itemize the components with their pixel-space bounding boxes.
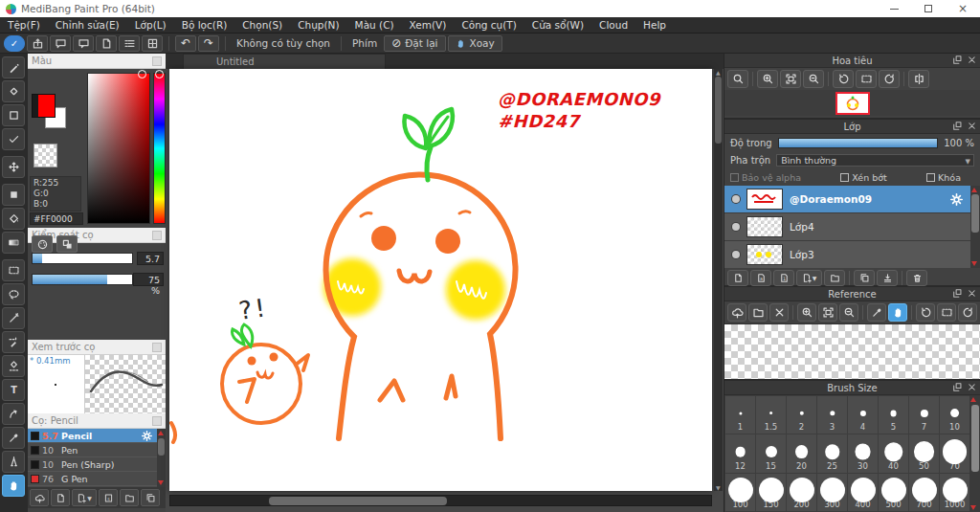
- add-brush-menu-button[interactable]: ▼: [72, 489, 97, 506]
- rotate-view-button[interactable]: Xoay: [448, 35, 502, 52]
- add-brush-button[interactable]: [51, 489, 70, 506]
- brush-size-option[interactable]: 40: [879, 434, 908, 472]
- select-tool[interactable]: [2, 259, 25, 281]
- brush-list-scrollbar[interactable]: [157, 429, 166, 487]
- brush-size-option[interactable]: 150: [756, 474, 786, 511]
- panel-menu-icon[interactable]: [152, 56, 162, 66]
- frame-tool[interactable]: [2, 104, 25, 126]
- brush-item-pen-sharp[interactable]: 10 Pen (Sharp): [28, 457, 166, 472]
- brush-item-pencil[interactable]: 5.7 Pencil: [28, 429, 166, 443]
- select-pen-tool[interactable]: [2, 331, 25, 353]
- ref-reset-button[interactable]: [937, 303, 956, 322]
- brush-size-option[interactable]: 25: [817, 434, 847, 472]
- drawing-canvas[interactable]: @DORAEMONO9 #HD247: [169, 69, 712, 491]
- canvas-horizontal-scrollbar[interactable]: [169, 495, 712, 506]
- brush-size-option[interactable]: 12: [725, 434, 755, 472]
- menu-layer[interactable]: Lớp(L): [127, 17, 174, 33]
- comment-button[interactable]: [50, 35, 71, 52]
- scroll-up-icon[interactable]: ▲: [716, 69, 721, 76]
- clipping-checkbox[interactable]: Xén bớt: [840, 172, 887, 183]
- new-layer-button[interactable]: [727, 270, 748, 286]
- scroll-down-icon[interactable]: [158, 480, 164, 485]
- saturation-value-picker[interactable]: [87, 73, 150, 224]
- brush-size-option[interactable]: 10: [940, 396, 969, 434]
- layer-visibility-toggle[interactable]: [732, 223, 740, 231]
- brush-cloud-button[interactable]: [30, 489, 49, 506]
- menu-snap[interactable]: Chụp(N): [290, 17, 346, 33]
- menu-help[interactable]: Help: [635, 17, 674, 33]
- brush-size-option[interactable]: 4: [848, 396, 878, 434]
- ref-eyedropper-button[interactable]: [867, 303, 886, 322]
- brush-size-option[interactable]: 2: [787, 396, 816, 434]
- ref-zoom-out-button[interactable]: [839, 303, 858, 322]
- brush-size-option[interactable]: 700: [909, 474, 939, 511]
- document-button[interactable]: [96, 35, 117, 52]
- brush-tool[interactable]: [2, 56, 25, 78]
- scrollbar-thumb[interactable]: [269, 497, 447, 505]
- layer-row-doraemon[interactable]: @Doraemon09: [724, 186, 980, 213]
- popout-button[interactable]: [952, 382, 963, 392]
- brush-size-option[interactable]: 50: [909, 434, 939, 472]
- brush-size-option[interactable]: 300: [817, 474, 847, 511]
- merge-layer-button[interactable]: [877, 270, 898, 286]
- lock-checkbox[interactable]: Khóa: [926, 172, 961, 183]
- ref-clear-button[interactable]: [769, 303, 789, 322]
- hue-bar[interactable]: [153, 73, 166, 224]
- sv-cursor[interactable]: [138, 70, 146, 78]
- brush-opacity-slider[interactable]: [32, 274, 133, 285]
- ref-open-button[interactable]: [748, 303, 768, 322]
- divider-tool[interactable]: [2, 451, 25, 473]
- hex-value[interactable]: #FF0000: [30, 212, 83, 225]
- layer-row-3[interactable]: Lớp3: [724, 241, 980, 268]
- menu-tools[interactable]: Công cụ(T): [454, 17, 523, 33]
- protect-alpha-checkbox[interactable]: Bảo vệ alpha: [730, 172, 801, 183]
- scroll-down-icon[interactable]: [971, 261, 977, 266]
- hue-cursor[interactable]: [155, 70, 164, 78]
- reset-view-button[interactable]: ⊘Đặt lại: [384, 35, 445, 52]
- scrollbar-thumb[interactable]: [971, 405, 979, 472]
- menu-select[interactable]: Chọn(S): [234, 17, 290, 33]
- new-8bit-layer-button[interactable]: [750, 270, 771, 286]
- brush-size-option[interactable]: 500: [879, 474, 908, 511]
- eyedropper-tool[interactable]: [2, 427, 25, 449]
- reference-view[interactable]: [724, 323, 980, 379]
- lasso-tool[interactable]: [2, 283, 25, 305]
- panel-menu-icon[interactable]: [152, 231, 162, 240]
- publish-button[interactable]: [27, 35, 48, 52]
- brush-size-option[interactable]: 100: [725, 474, 755, 511]
- magic-wand-tool[interactable]: [2, 307, 25, 329]
- brush-size-option[interactable]: 30: [848, 434, 878, 472]
- hand-tool[interactable]: [2, 475, 25, 497]
- select-eraser-tool[interactable]: [2, 355, 25, 377]
- panel-menu-icon[interactable]: [152, 343, 162, 352]
- layer-row-4[interactable]: Lớp4: [724, 213, 980, 241]
- canvas-vertical-scrollbar[interactable]: ▲ ▼: [714, 69, 723, 491]
- operation-tool[interactable]: [2, 403, 25, 425]
- popout-button[interactable]: [952, 55, 963, 65]
- brush-item-g-pen[interactable]: 76 G Pen: [28, 472, 166, 486]
- duplicate-layer-button[interactable]: [854, 270, 875, 286]
- ref-zoom-in-button[interactable]: [797, 303, 816, 322]
- list-button[interactable]: [119, 35, 140, 52]
- gradient-tool[interactable]: [2, 232, 25, 254]
- zoom-out-button[interactable]: [803, 70, 824, 88]
- new-1bit-layer-button[interactable]: [773, 270, 794, 286]
- scroll-down-icon[interactable]: ▼: [716, 484, 721, 491]
- ref-rotate-left-button[interactable]: [916, 303, 935, 322]
- reset-rotation-button[interactable]: [856, 70, 877, 88]
- layer-visibility-toggle[interactable]: [732, 195, 740, 203]
- scroll-up-icon[interactable]: [971, 188, 977, 192]
- close-panel-button[interactable]: [967, 55, 977, 65]
- menu-window[interactable]: Cửa sổ(W): [524, 17, 591, 33]
- document-tab[interactable]: Untitled: [183, 54, 386, 69]
- brush-folder-button[interactable]: [120, 489, 139, 506]
- move-tool[interactable]: [2, 156, 25, 178]
- menu-filter[interactable]: Bộ lọc(R): [174, 17, 235, 33]
- zoom-reset-button[interactable]: [727, 70, 748, 88]
- undo-button[interactable]: ↶: [175, 35, 196, 52]
- brush-size-option[interactable]: 1.5: [756, 396, 786, 434]
- close-panel-button[interactable]: [967, 288, 977, 299]
- navigator-view[interactable]: [724, 90, 980, 116]
- scroll-up-icon[interactable]: [158, 431, 164, 435]
- menu-view[interactable]: Xem(V): [402, 17, 455, 33]
